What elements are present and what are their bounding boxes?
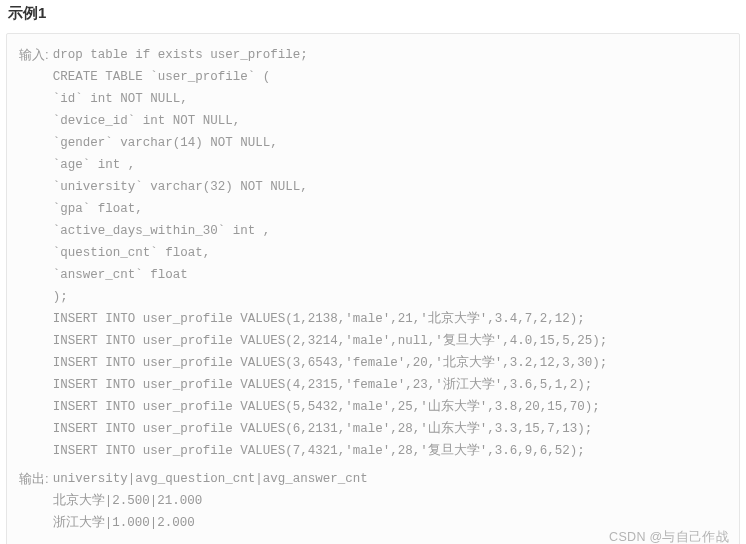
example-heading: 示例1 [8, 4, 740, 23]
input-code: drop table if exists user_profile; CREAT… [53, 44, 727, 462]
output-label: 输出: [19, 468, 49, 490]
output-code: university|avg_question_cnt|avg_answer_c… [53, 468, 727, 534]
input-label: 输入: [19, 44, 49, 66]
output-row: 输出: university|avg_question_cnt|avg_answ… [19, 468, 727, 534]
example-container: 示例1 输入: drop table if exists user_profil… [0, 0, 746, 544]
input-row: 输入: drop table if exists user_profile; C… [19, 44, 727, 462]
example-box: 输入: drop table if exists user_profile; C… [6, 33, 740, 544]
watermark-text: CSDN @与自己作战 [609, 529, 729, 544]
